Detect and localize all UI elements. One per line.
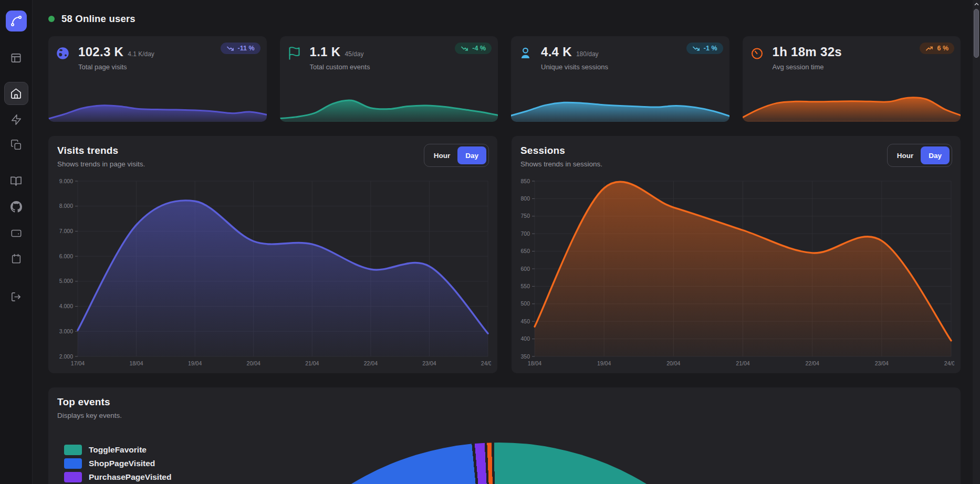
sidebar-item-panels[interactable] (4, 46, 28, 69)
sidebar-logout[interactable] (4, 285, 28, 308)
svg-text:650: 650 (520, 248, 530, 254)
trend-badge-text: -1 % (704, 45, 717, 52)
svg-text:19/04: 19/04 (188, 360, 202, 366)
trend-badge: 6 % (920, 43, 954, 54)
svg-text:500: 500 (520, 300, 530, 307)
svg-text:4.000: 4.000 (59, 303, 73, 309)
lightning-icon (11, 114, 22, 125)
stat-label: Total custom events (310, 63, 370, 71)
online-users-header: 58 Online users (48, 12, 961, 26)
calendar-icon (11, 253, 22, 265)
svg-text:7.000: 7.000 (59, 228, 73, 234)
sidebar-item-actions[interactable] (4, 108, 28, 131)
stat-value: 102.3 K (78, 45, 123, 59)
sparkline-chart (743, 88, 961, 122)
legend-label: PurchasePageVisited (89, 472, 171, 482)
trend-badge-text: -11 % (238, 45, 255, 52)
svg-text:700: 700 (520, 230, 530, 237)
svg-text:3.000: 3.000 (59, 328, 73, 334)
panel-subtitle: Displays key events. (48, 408, 961, 419)
svg-text:18/04: 18/04 (129, 360, 143, 366)
legend-label: ToggleFavorite (89, 445, 147, 455)
sidebar (0, 0, 33, 484)
trend-badge-text: -4 % (472, 45, 486, 52)
stat-value: 4.4 K (541, 45, 572, 59)
svg-text:8.000: 8.000 (59, 203, 73, 209)
trend-badge: -11 % (221, 43, 260, 54)
svg-text:850: 850 (520, 178, 530, 184)
trend-up-icon (925, 45, 933, 52)
svg-text:9.000: 9.000 (59, 178, 73, 184)
svg-text:2.000: 2.000 (59, 353, 73, 360)
trend-down-icon (461, 45, 468, 52)
logout-icon (10, 291, 22, 303)
scrollbar-up-arrow[interactable] (973, 0, 980, 8)
sparkline-chart (511, 88, 729, 122)
svg-text:19/04: 19/04 (597, 360, 611, 366)
stat-value: 1.1 K (310, 45, 341, 59)
legend-item[interactable]: ShopPageVisited (64, 458, 171, 469)
panels-icon (10, 52, 22, 64)
svg-text:23/04: 23/04 (875, 360, 889, 366)
trend-badge: -4 % (455, 43, 492, 54)
hour-day-toggle: Hour Day (424, 144, 489, 167)
github-icon (11, 201, 22, 213)
legend-item[interactable]: ToggleFavorite (64, 445, 171, 455)
book-icon (10, 175, 22, 187)
top-events-panel: Top events Displays key events. ToggleFa… (48, 387, 961, 484)
sessions-chart[interactable]: 85080075070065060055050045040035018/0419… (517, 178, 954, 369)
legend-swatch (64, 445, 82, 455)
stat-cards-row: 102.3 K 4.1 K/day Total page visits -11 … (48, 36, 961, 122)
stat-value: 1h 18m 32s (773, 45, 842, 59)
svg-text:600: 600 (520, 266, 530, 272)
stat-card-page-visits: 102.3 K 4.1 K/day Total page visits -11 … (48, 36, 267, 122)
svg-text:5.000: 5.000 (59, 278, 73, 284)
stat-card-avg-session: 1h 18m 32s Avg session time 6 % (743, 36, 961, 122)
stat-card-unique-visits: 4.4 K 180/day Unique visits sessions -1 … (511, 36, 729, 122)
toggle-day-button[interactable]: Day (457, 146, 486, 164)
flag-icon (287, 46, 301, 60)
sidebar-item-home[interactable] (4, 82, 28, 105)
toggle-hour-button[interactable]: Hour (426, 146, 458, 164)
stat-label: Avg session time (773, 63, 846, 71)
svg-text:23/04: 23/04 (422, 360, 436, 366)
svg-text:20/04: 20/04 (247, 360, 260, 366)
legend-item[interactable]: PurchasePageVisited (64, 472, 171, 482)
events-pie-chart[interactable] (215, 443, 783, 484)
hour-day-toggle: Hour Day (887, 144, 952, 167)
app-logo[interactable] (6, 10, 27, 31)
svg-text:800: 800 (520, 195, 530, 202)
sidebar-item-calendar[interactable] (4, 247, 28, 270)
stat-label: Total page visits (78, 63, 154, 71)
sparkline-chart (48, 88, 267, 122)
legend-label: ShopPageVisited (89, 459, 155, 468)
timer-icon (750, 46, 764, 60)
svg-text:400: 400 (520, 335, 530, 342)
stat-card-custom-events: 1.1 K 45/day Total custom events -4 % (280, 36, 498, 122)
stat-rate: 4.1 K/day (128, 50, 154, 58)
legend-swatch (64, 458, 82, 469)
sparkline-chart (280, 88, 498, 122)
toggle-hour-button[interactable]: Hour (890, 146, 921, 164)
trend-down-icon (692, 45, 700, 52)
svg-text:20/04: 20/04 (666, 360, 680, 366)
legend-swatch (64, 472, 82, 482)
copy-icon (11, 139, 22, 151)
home-icon (10, 88, 22, 100)
scrollbar-thumb[interactable] (974, 9, 979, 58)
sidebar-item-docs[interactable] (4, 169, 28, 192)
visits-trends-chart[interactable]: 9.0008.0007.0006.0005.0004.0003.0002.000… (54, 178, 491, 369)
charts-row: Visits trends Shows trends in page visit… (48, 136, 961, 373)
svg-text:17/04: 17/04 (71, 360, 85, 366)
wallet-icon (11, 227, 22, 239)
sidebar-item-pages[interactable] (4, 133, 28, 156)
trend-badge-text: 6 % (937, 45, 948, 52)
svg-text:350: 350 (520, 353, 530, 360)
spline-curve-logo-icon (10, 15, 23, 27)
sidebar-item-billing[interactable] (4, 222, 28, 245)
toggle-day-button[interactable]: Day (921, 146, 950, 164)
svg-text:750: 750 (520, 213, 530, 219)
sidebar-item-github[interactable] (4, 195, 28, 218)
stat-rate: 180/day (576, 50, 599, 58)
stat-rate: 45/day (345, 50, 363, 58)
